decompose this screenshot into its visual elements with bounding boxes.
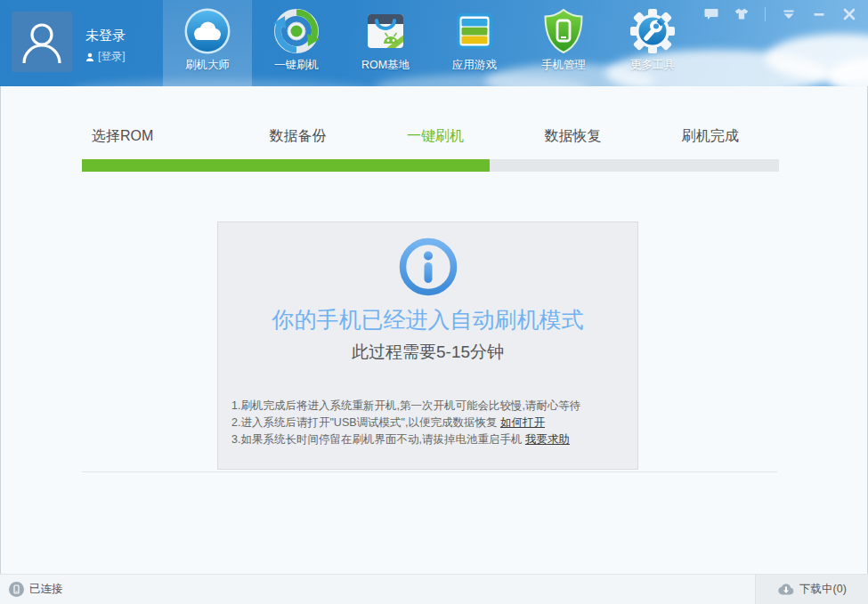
menu-arrow-icon[interactable] [782,7,796,21]
skin-tshirt-icon[interactable] [734,7,749,21]
close-icon[interactable] [842,7,856,21]
gear-wrench-icon [629,7,677,55]
info-icon [399,238,458,296]
flash-status-panel: 你的手机已经进入自动刷机模式 此过程需要5-15分钟 1.刷机完成后将进入系统重… [217,221,638,470]
panel-subtitle: 此过程需要5-15分钟 [218,341,637,364]
note-text: 1.刷机完成后将进入系统重新开机,第一次开机可能会比较慢,请耐心等待 [231,399,580,412]
nav-label: 更多工具 [608,58,697,73]
nav-item-more-tools[interactable]: 更多工具 [608,0,697,86]
step-flash-complete: 刷机完成 [642,127,779,146]
step-data-restore: 数据恢复 [504,127,641,146]
nav-item-rom-base[interactable]: ROM基地 [341,0,430,86]
header: 未登录 [登录] 刷机大师 [0,0,868,86]
app-window: 未登录 [登录] 刷机大师 [0,0,868,604]
notes-list: 1.刷机完成后将进入系统重新开机,第一次开机可能会比较慢,请耐心等待 2.进入系… [231,398,580,448]
user-name: 未登录 [85,28,126,44]
connection-label: 已连接 [29,582,63,597]
mini-person-icon [85,52,94,61]
titlebar-separator [765,7,766,21]
cloud-download-icon [777,583,794,596]
phone-connected-icon [9,582,24,597]
login-label: [登录] [98,49,126,64]
how-to-open-link[interactable]: 如何打开 [500,416,545,429]
nav-item-phone-manage[interactable]: 手机管理 [519,0,608,86]
download-manager-button[interactable]: 下载中(0) [755,575,868,604]
note-line: 1.刷机完成后将进入系统重新开机,第一次开机可能会比较慢,请耐心等待 [231,398,580,415]
flash-steps: 选择ROM 数据备份 一键刷机 数据恢复 刷机完成 [82,127,779,146]
statusbar: 已连接 下载中(0) [0,574,868,604]
note-line: 3.如果系统长时间停留在刷机界面不动,请拔掉电池重启手机 我要求助 [231,431,580,448]
cloud-icon [183,7,231,55]
minimize-icon[interactable] [812,7,826,21]
nav-label: ROM基地 [341,58,430,73]
rom-store-bag-icon [361,7,410,55]
step-data-backup: 数据备份 [229,127,366,146]
note-text: 3.如果系统长时间停留在刷机界面不动,请拔掉电池重启手机 [231,433,525,446]
nav-item-apps-games[interactable]: 应用游戏 [430,0,519,86]
step-one-key-flash: 一键刷机 [367,127,504,146]
nav-label: 手机管理 [519,58,608,73]
progress-fill [82,159,490,172]
login-link[interactable]: [登录] [85,49,126,64]
apps-games-icon [450,7,499,55]
step-select-rom: 选择ROM [82,127,229,146]
main-nav: 刷机大师 一键刷机 [163,0,697,86]
nav-label: 一键刷机 [252,58,341,73]
user-silhouette-icon [17,17,67,67]
nav-item-one-key-flash[interactable]: 一键刷机 [252,0,341,86]
note-text: 2.进入系统后请打开"USB调试模式",以便完成数据恢复 [231,416,500,429]
shield-phone-icon [539,7,588,55]
nav-label: 应用游戏 [430,58,519,73]
nav-item-flash-master[interactable]: 刷机大师 [163,0,252,86]
refresh-arrows-icon [272,7,320,55]
ask-for-help-link[interactable]: 我要求助 [525,433,570,446]
progress-bar [82,159,779,172]
panel-title: 你的手机已经进入自动刷机模式 [218,305,637,334]
note-line: 2.进入系统后请打开"USB调试模式",以便完成数据恢复 如何打开 [231,415,580,431]
download-label: 下载中(0) [799,582,847,597]
feedback-bubble-icon[interactable] [704,7,718,21]
avatar[interactable] [12,12,72,72]
nav-label: 刷机大师 [163,58,252,73]
titlebar-controls [704,7,856,21]
connection-status: 已连接 [9,575,63,604]
section-divider [82,471,777,472]
